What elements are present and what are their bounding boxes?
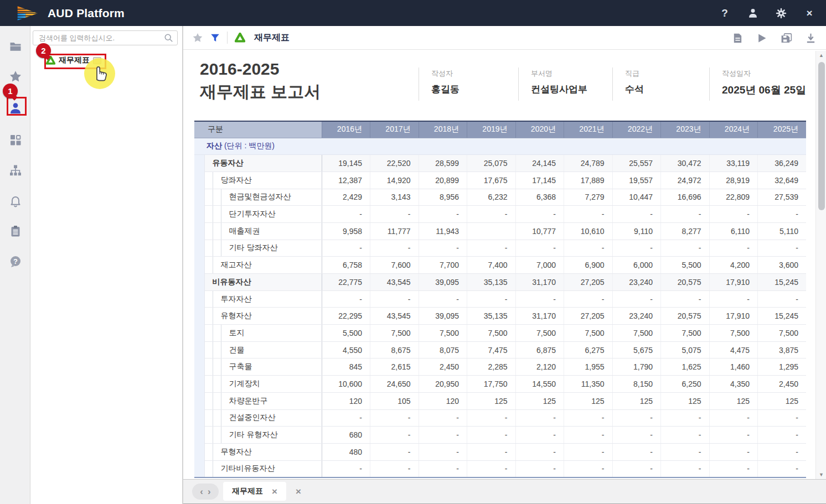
table-row: 재고자산6,7587,6007,7007,4007,0006,9006,0005…	[194, 257, 806, 274]
cell-value: 480	[322, 443, 370, 460]
cell-value: -	[419, 460, 467, 477]
section-band	[194, 392, 204, 409]
sidebar-item-notifications[interactable]	[0, 191, 30, 210]
scroll-down-arrow[interactable]: ▼	[816, 470, 826, 479]
table-row: 건설중인자산----------	[194, 409, 806, 427]
table-row: 현금및현금성자산2,4293,1438,9566,2326,3687,27910…	[194, 189, 806, 206]
section-title: 자산	[206, 141, 222, 150]
download-button[interactable]	[806, 33, 816, 44]
sidebar-item-folder[interactable]	[0, 37, 30, 56]
cell-value: 25,557	[612, 155, 661, 172]
cell-value: 35,135	[467, 274, 516, 291]
cell-value: 7,500	[612, 325, 661, 342]
cell-value: 2,450	[419, 358, 467, 376]
cell-value: 125	[515, 392, 564, 409]
tree-item-open-button[interactable]	[93, 57, 101, 64]
cell-value: -	[419, 409, 467, 427]
sidebar-item-user[interactable]	[0, 99, 30, 118]
sidebar-item-orgchart[interactable]	[0, 161, 30, 180]
column-header-year: 2020년	[515, 121, 564, 138]
cell-value: -	[564, 240, 613, 257]
app-logo: AUD Platform	[0, 4, 125, 22]
table-row: 기타 당좌자산----------	[194, 240, 806, 257]
cell-value: 39,095	[419, 308, 467, 325]
cell-value: -	[370, 290, 419, 308]
search-icon[interactable]	[164, 33, 173, 43]
cell-value: 7,500	[661, 325, 710, 342]
cell-value: 125	[709, 392, 758, 409]
section-band	[194, 274, 204, 291]
cell-value: 8,956	[419, 189, 467, 206]
tab-financial-statement[interactable]: 재무제표 ×	[223, 482, 286, 501]
help-button[interactable]: ?	[718, 7, 731, 20]
tab-next-button[interactable]: ›	[208, 487, 211, 496]
cell-value: -	[661, 460, 710, 477]
document-button[interactable]	[732, 33, 743, 44]
search-input[interactable]	[33, 30, 178, 45]
settings-button[interactable]	[775, 7, 788, 20]
scrollbar-thumb[interactable]	[818, 62, 825, 210]
cell-value: 10,777	[515, 222, 564, 240]
cell-value: -	[370, 206, 419, 223]
cell-value: -	[709, 427, 758, 444]
cell-value: 23,240	[612, 308, 661, 325]
cell-value: 7,700	[419, 257, 467, 274]
cell-value: -	[370, 409, 419, 427]
report-tree-panel: 재무제표 2	[30, 26, 183, 504]
tab-prev-button[interactable]: ‹	[200, 487, 203, 496]
tree-item-financial-statement[interactable]: 재무제표	[46, 55, 101, 65]
tab-close-button[interactable]: ×	[272, 487, 277, 496]
cell-value: -	[564, 290, 613, 308]
cell-value: -	[612, 240, 661, 257]
meta-label: 부서명	[531, 69, 612, 79]
filter-button[interactable]	[210, 33, 220, 43]
table-row: 차량운반구120105120125125125125125125125	[194, 392, 806, 409]
sidebar-item-favorites[interactable]	[0, 67, 30, 86]
cell-value: 4,550	[322, 341, 370, 358]
row-label: 기타비유동자산	[204, 460, 322, 477]
cell-value: 2,120	[515, 358, 564, 376]
column-header-year: 2023년	[661, 121, 710, 138]
row-label: 무형자산	[204, 443, 322, 460]
row-label: 토지	[204, 325, 322, 342]
left-icon-rail: ? 1	[0, 26, 30, 504]
cell-value: 7,500	[564, 325, 613, 342]
table-row: 투자자산----------	[194, 290, 806, 308]
annotation-badge-2: 2	[36, 43, 51, 58]
column-header-year: 2019년	[467, 121, 516, 138]
cell-value: 28,919	[709, 172, 758, 189]
cell-value: 23,240	[612, 274, 661, 291]
close-all-tabs-button[interactable]: ×	[296, 487, 301, 496]
sidebar-item-help[interactable]: ?	[0, 252, 30, 271]
save-button[interactable]	[781, 33, 792, 44]
run-button[interactable]	[756, 33, 767, 44]
tab-label: 재무제표	[232, 486, 263, 496]
sidebar-item-dashboard[interactable]	[0, 131, 30, 149]
cell-value: -	[612, 290, 661, 308]
cell-value: 17,750	[467, 376, 516, 393]
cell-value: -	[758, 206, 807, 223]
sidebar-item-report[interactable]	[0, 222, 30, 241]
user-button[interactable]	[746, 7, 760, 20]
cell-value: 27,205	[564, 274, 613, 291]
table-row: 무형자산480---------	[194, 443, 806, 460]
cell-value: 2,285	[467, 358, 516, 376]
cell-value: 11,777	[370, 222, 419, 240]
cell-value: -	[661, 290, 710, 308]
search-box	[33, 30, 178, 45]
cell-value: -	[322, 206, 370, 223]
close-window-button[interactable]: ×	[803, 7, 816, 20]
cell-value: -	[709, 409, 758, 427]
cell-value: 105	[370, 392, 419, 409]
cell-value: -	[758, 460, 807, 477]
scroll-up-arrow[interactable]: ▲	[816, 51, 826, 60]
cell-value: 39,095	[419, 274, 467, 291]
cell-value: -	[467, 427, 516, 444]
favorite-button[interactable]	[192, 32, 203, 43]
cell-value: 5,500	[661, 257, 710, 274]
cell-value: 125	[612, 392, 661, 409]
row-label: 차량운반구	[204, 392, 322, 409]
cell-value: 33,119	[709, 155, 758, 172]
annotation-badge-1: 1	[3, 84, 18, 98]
cell-value: 9,110	[612, 222, 661, 240]
